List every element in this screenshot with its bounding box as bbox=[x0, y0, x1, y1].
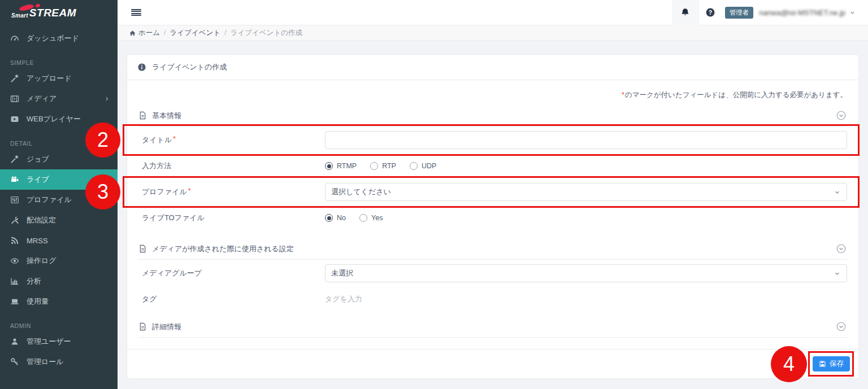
user-menu[interactable]: nanwa@ist-MSTNET.ne.jp bbox=[759, 8, 856, 17]
sidebar-item-operation-log[interactable]: 操作ログ bbox=[0, 251, 118, 271]
save-annotation-wrap: 4 保存 bbox=[813, 356, 850, 371]
sidebar-item-label: MRSS bbox=[27, 237, 48, 245]
radio-yes[interactable]: Yes bbox=[359, 214, 383, 222]
sidebar-item-live[interactable]: ライブ bbox=[0, 169, 118, 190]
tools-icon bbox=[10, 216, 19, 225]
field-label-text: プロファイル bbox=[142, 187, 187, 196]
profile-select[interactable]: 選択してください bbox=[325, 183, 847, 201]
sidebar-item-label: アップロード bbox=[27, 73, 72, 84]
user-email: nanwa@ist-MSTNET.ne.jp bbox=[759, 8, 845, 17]
sidebar-item-label: メディア bbox=[27, 94, 57, 104]
breadcrumb-live-events[interactable]: ライブイベント bbox=[170, 28, 221, 38]
sidebar-item-label: WEBプレイヤー bbox=[27, 114, 81, 124]
document-icon bbox=[138, 322, 147, 331]
tags-input[interactable]: タグを入力 bbox=[325, 294, 362, 304]
section-title: メディアが作成された際に使用される設定 bbox=[152, 244, 294, 254]
collapse-chevron-icon[interactable] bbox=[836, 111, 846, 120]
radio-no[interactable]: No bbox=[325, 214, 346, 222]
radio-unselected-icon bbox=[370, 162, 378, 170]
field-row-tags: タグ タグを入力 bbox=[138, 287, 847, 312]
sidebar-nav: ダッシュボード SIMPLE アップロード メディア WEBプレイヤー DETA… bbox=[0, 26, 118, 372]
notifications-button[interactable] bbox=[672, 0, 699, 25]
radio-rtmp[interactable]: RTMP bbox=[325, 162, 357, 170]
sidebar-item-label: 配信設定 bbox=[27, 215, 56, 225]
collapse-chevron-icon[interactable] bbox=[836, 244, 846, 253]
sidebar-item-upload[interactable]: アップロード bbox=[0, 68, 118, 89]
sidebar-item-delivery-settings[interactable]: 配信設定 bbox=[0, 210, 118, 230]
radio-rtp[interactable]: RTP bbox=[370, 162, 396, 170]
sidebar-item-label: ライブ bbox=[27, 174, 49, 185]
field-label: プロファイル* bbox=[138, 187, 325, 197]
radio-label: UDP bbox=[422, 162, 436, 170]
sidebar-item-profile[interactable]: プロファイル bbox=[0, 190, 118, 210]
sidebar-item-dashboard[interactable]: ダッシュボード bbox=[0, 28, 118, 49]
save-button[interactable]: 保存 bbox=[813, 356, 850, 371]
play-button-icon bbox=[10, 115, 19, 124]
create-live-event-card: ライブイベントの作成 * のマークが付いたフィールドは、公開前に入力する必要があ… bbox=[127, 54, 859, 379]
radio-selected-icon bbox=[325, 214, 333, 222]
laptop-icon bbox=[10, 297, 19, 306]
breadcrumb-label: ライブイベント bbox=[170, 28, 221, 38]
sidebar-item-admin-roles[interactable]: 管理ロール bbox=[0, 352, 118, 372]
app-logo[interactable]: Smart STREAM bbox=[0, 0, 118, 26]
breadcrumb: ホーム / ライブイベント / ライブイベントの作成 bbox=[118, 25, 868, 41]
sidebar-item-mrss[interactable]: MRSS bbox=[0, 230, 118, 251]
required-note-text: のマークが付いたフィールドは、公開前に入力する必要があります。 bbox=[625, 90, 847, 100]
radio-udp[interactable]: UDP bbox=[410, 162, 436, 170]
field-label: ライブTOファイル bbox=[138, 213, 325, 223]
sidebar-item-label: ジョブ bbox=[27, 154, 49, 164]
document-icon bbox=[138, 111, 147, 120]
collapse-chevron-icon[interactable] bbox=[836, 322, 846, 331]
media-group-select[interactable]: 未選択 bbox=[325, 264, 847, 282]
card-body: * のマークが付いたフィールドは、公開前に入力する必要があります。 基本情報 2… bbox=[127, 80, 858, 349]
menu-icon[interactable] bbox=[131, 9, 141, 16]
radio-selected-icon bbox=[325, 162, 333, 170]
sidebar-item-label: 管理ロール bbox=[27, 357, 64, 367]
sidebar-item-media[interactable]: メディア bbox=[0, 89, 118, 109]
sidebar-item-webplayer[interactable]: WEBプレイヤー bbox=[0, 109, 118, 129]
title-input[interactable] bbox=[325, 131, 847, 149]
breadcrumb-label: ホーム bbox=[138, 28, 160, 38]
save-button-label: 保存 bbox=[830, 359, 844, 369]
magic-wand-icon bbox=[10, 74, 19, 83]
required-mark: * bbox=[188, 187, 191, 195]
video-camera-icon bbox=[10, 175, 19, 184]
sidebar: Smart STREAM ダッシュボード SIMPLE アップロード メディア … bbox=[0, 0, 118, 389]
app-window: Smart STREAM ダッシュボード SIMPLE アップロード メディア … bbox=[0, 0, 868, 389]
help-button[interactable]: ? bbox=[699, 0, 722, 25]
sidebar-item-label: プロファイル bbox=[27, 195, 72, 205]
radio-unselected-icon bbox=[410, 162, 418, 170]
question-circle-icon: ? bbox=[705, 7, 715, 18]
field-row-live-to-file: ライブTOファイル No Yes bbox=[138, 206, 847, 230]
sidebar-section-simple: SIMPLE bbox=[0, 57, 118, 68]
home-icon bbox=[129, 29, 136, 37]
role-badge: 管理者 bbox=[725, 7, 754, 19]
sidebar-item-usage[interactable]: 使用量 bbox=[0, 291, 118, 312]
info-circle-icon bbox=[137, 63, 146, 72]
field-label: メディアグループ bbox=[138, 268, 325, 278]
live-to-file-radio-group: No Yes bbox=[325, 214, 383, 222]
annotation-circle-4: 4 bbox=[771, 346, 807, 382]
sidebar-item-job[interactable]: ジョブ bbox=[0, 149, 118, 169]
required-mark: * bbox=[173, 135, 176, 143]
sidebar-item-label: 管理ユーザー bbox=[27, 336, 71, 347]
bell-icon bbox=[680, 7, 690, 18]
breadcrumb-home[interactable]: ホーム bbox=[129, 28, 160, 38]
sidebar-section-detail: DETAIL bbox=[0, 138, 118, 149]
key-icon bbox=[10, 357, 19, 366]
breadcrumb-separator: / bbox=[224, 29, 226, 37]
bar-chart-icon bbox=[10, 277, 19, 286]
section-basic-info: 基本情報 bbox=[138, 105, 847, 126]
field-row-profile: 3 プロファイル* 選択してください bbox=[138, 178, 847, 206]
field-label-text: タイトル bbox=[142, 136, 172, 144]
page-content: ライブイベントの作成 * のマークが付いたフィールドは、公開前に入力する必要があ… bbox=[118, 41, 868, 389]
svg-text:?: ? bbox=[709, 9, 713, 16]
sidebar-item-analytics[interactable]: 分析 bbox=[0, 271, 118, 291]
page-title: ライブイベントの作成 bbox=[152, 62, 227, 72]
sidebar-item-admin-users[interactable]: 管理ユーザー bbox=[0, 331, 118, 352]
sidebar-section-admin: ADMIN bbox=[0, 320, 118, 331]
section-media-settings: メディアが作成された際に使用される設定 bbox=[138, 238, 847, 260]
eye-icon bbox=[10, 256, 19, 265]
input-method-radio-group: RTMP RTP UDP bbox=[325, 162, 436, 170]
breadcrumb-current: ライブイベントの作成 bbox=[231, 28, 302, 38]
